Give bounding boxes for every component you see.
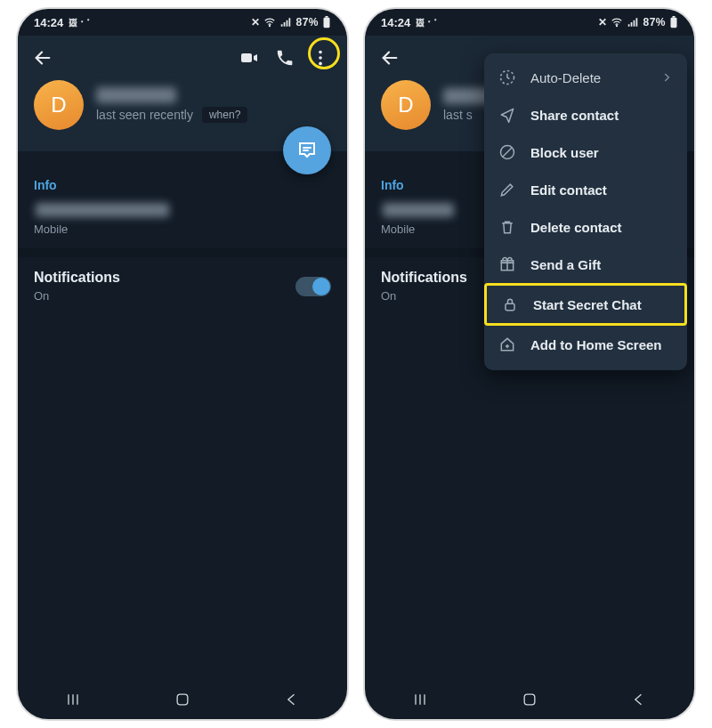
info-title: Info bbox=[34, 178, 331, 192]
header-toolbar bbox=[18, 36, 347, 80]
signal-icon bbox=[627, 16, 639, 28]
when-badge[interactable]: when? bbox=[202, 107, 247, 123]
mute-icon: ✕ bbox=[598, 16, 608, 28]
status-bar: 14:24 🖼 ⠂⠁ ✕ 87% bbox=[18, 9, 347, 36]
menu-send-gift[interactable]: Send a Gift bbox=[484, 246, 687, 283]
last-seen-text: last s bbox=[443, 108, 473, 122]
message-fab[interactable] bbox=[283, 126, 331, 174]
more-options-button[interactable] bbox=[303, 40, 338, 76]
status-image-icon: 🖼 ⠂⠁ bbox=[69, 18, 93, 28]
menu-label: Start Secret Chat bbox=[533, 297, 642, 312]
notifications-state: On bbox=[381, 289, 467, 303]
contact-name-redacted bbox=[96, 87, 176, 103]
section-divider bbox=[18, 248, 347, 257]
menu-label: Delete contact bbox=[530, 220, 622, 235]
avatar-letter: D bbox=[398, 93, 413, 117]
svg-rect-15 bbox=[524, 694, 535, 705]
svg-rect-14 bbox=[506, 303, 514, 311]
system-nav-bar bbox=[18, 680, 347, 719]
battery-text: 87% bbox=[643, 16, 666, 28]
recents-button[interactable] bbox=[61, 688, 85, 711]
recents-button[interactable] bbox=[409, 688, 432, 711]
menu-label: Add to Home Screen bbox=[530, 337, 662, 352]
voice-call-button[interactable] bbox=[267, 40, 303, 76]
status-time: 14:24 bbox=[381, 16, 410, 29]
wifi-icon bbox=[263, 16, 276, 28]
menu-label: Edit contact bbox=[530, 182, 607, 198]
menu-auto-delete[interactable]: Auto-Delete bbox=[484, 59, 687, 96]
signal-icon bbox=[279, 16, 292, 28]
svg-rect-9 bbox=[671, 18, 677, 28]
mute-icon: ✕ bbox=[251, 16, 261, 28]
home-button[interactable] bbox=[518, 688, 541, 711]
avatar-letter: D bbox=[51, 93, 66, 117]
gift-icon bbox=[498, 255, 516, 273]
notifications-label: Notifications bbox=[34, 270, 120, 286]
menu-delete-contact[interactable]: Delete contact bbox=[484, 208, 687, 246]
svg-point-6 bbox=[319, 62, 322, 66]
phone-type: Mobile bbox=[34, 222, 331, 236]
svg-rect-3 bbox=[241, 53, 252, 62]
svg-rect-2 bbox=[325, 16, 328, 18]
back-button[interactable] bbox=[27, 42, 59, 74]
last-seen-text: last seen recently bbox=[96, 108, 193, 122]
timer-icon bbox=[498, 69, 516, 86]
avatar[interactable]: D bbox=[34, 80, 84, 130]
menu-edit-contact[interactable]: Edit contact bbox=[484, 171, 687, 208]
svg-point-4 bbox=[319, 51, 322, 54]
profile-header: D last seen recently when? bbox=[18, 80, 347, 151]
menu-label: Block user bbox=[530, 145, 599, 160]
notifications-toggle[interactable] bbox=[295, 277, 331, 296]
status-image-icon: 🖼 ⠂⠁ bbox=[416, 18, 440, 28]
share-icon bbox=[498, 106, 516, 124]
menu-start-secret-chat[interactable]: Start Secret Chat bbox=[484, 283, 687, 326]
wifi-icon bbox=[611, 16, 623, 28]
menu-add-home-screen[interactable]: Add to Home Screen bbox=[484, 326, 687, 363]
svg-point-8 bbox=[617, 26, 618, 27]
avatar[interactable]: D bbox=[381, 80, 431, 130]
video-call-button[interactable] bbox=[231, 40, 267, 76]
home-button[interactable] bbox=[171, 688, 194, 711]
status-time: 14:24 bbox=[34, 16, 63, 29]
phone-number-redacted[interactable] bbox=[383, 203, 454, 217]
menu-label: Send a Gift bbox=[530, 257, 601, 272]
svg-point-0 bbox=[270, 26, 271, 27]
trash-icon bbox=[498, 218, 516, 236]
back-nav-button[interactable] bbox=[280, 688, 303, 711]
svg-rect-10 bbox=[672, 16, 676, 18]
menu-label: Auto-Delete bbox=[530, 70, 601, 85]
battery-icon bbox=[322, 16, 331, 28]
svg-point-5 bbox=[319, 56, 322, 60]
menu-block-user[interactable]: Block user bbox=[484, 133, 687, 171]
phone-screenshot-left: 14:24 🖼 ⠂⠁ ✕ 87% bbox=[18, 9, 347, 719]
svg-rect-7 bbox=[177, 694, 188, 705]
status-bar: 14:24 🖼 ⠂⠁ ✕ 87% bbox=[365, 9, 694, 36]
pencil-icon bbox=[498, 181, 516, 198]
lock-icon bbox=[501, 295, 519, 313]
options-menu: Auto-Delete Share contact Block user Edi… bbox=[484, 53, 687, 370]
battery-text: 87% bbox=[295, 16, 319, 28]
home-plus-icon bbox=[498, 336, 516, 353]
menu-label: Share contact bbox=[530, 108, 619, 123]
back-button[interactable] bbox=[374, 42, 406, 74]
svg-rect-1 bbox=[324, 18, 330, 28]
chevron-right-icon bbox=[660, 71, 673, 84]
notifications-state: On bbox=[34, 289, 120, 303]
menu-share-contact[interactable]: Share contact bbox=[484, 96, 687, 133]
battery-icon bbox=[669, 16, 678, 28]
system-nav-bar bbox=[365, 680, 694, 719]
back-nav-button[interactable] bbox=[627, 688, 651, 711]
phone-number-redacted[interactable] bbox=[36, 203, 169, 217]
notifications-label: Notifications bbox=[381, 270, 467, 286]
block-icon bbox=[498, 143, 516, 161]
notifications-row[interactable]: Notifications On bbox=[18, 257, 347, 317]
phone-screenshot-right: 14:24 🖼 ⠂⠁ ✕ 87% D bbox=[365, 9, 694, 719]
